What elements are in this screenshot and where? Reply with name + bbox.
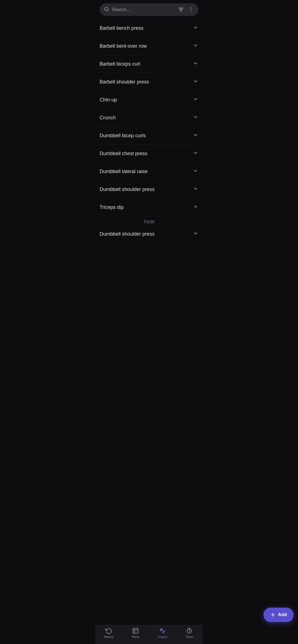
exercise-item[interactable]: Barbell bent-over row: [100, 37, 198, 55]
chevron-down-icon: [193, 231, 198, 237]
filter-button[interactable]: [178, 7, 184, 13]
svg-point-7: [191, 11, 191, 12]
chevron-down-icon: [193, 114, 198, 121]
search-icon: [104, 7, 109, 13]
more-options-button[interactable]: [188, 7, 194, 13]
chevron-down-icon: [193, 132, 198, 139]
chevron-down-icon: [193, 204, 198, 211]
chevron-down-icon: [193, 150, 198, 157]
svg-point-5: [191, 7, 191, 8]
exercise-item[interactable]: Dumbbell shoulder press: [100, 180, 198, 198]
search-bar-container: [95, 0, 203, 19]
svg-point-6: [191, 9, 191, 10]
exercise-item[interactable]: Dumbbell shoulder press: [100, 225, 198, 243]
exercise-list: Barbell bench press Barbell bent-over ro…: [95, 19, 203, 265]
search-actions: [178, 7, 194, 13]
exercise-item[interactable]: Chin-up: [100, 91, 198, 109]
chevron-down-icon: [193, 25, 198, 31]
search-bar: [100, 3, 198, 16]
exercise-item[interactable]: Dumbbell lateral raise: [100, 163, 198, 180]
chevron-down-icon: [193, 168, 198, 175]
chevron-down-icon: [193, 61, 198, 67]
date-separator: 7/1/25: [100, 216, 198, 225]
svg-line-1: [107, 10, 108, 11]
exercise-item[interactable]: Dumbbell bicep curls: [100, 127, 198, 145]
exercise-item[interactable]: Triceps dip: [100, 198, 198, 216]
chevron-down-icon: [193, 79, 198, 85]
search-input[interactable]: [112, 7, 175, 12]
exercise-item[interactable]: Barbell biceps curl: [100, 55, 198, 73]
chevron-down-icon: [193, 96, 198, 103]
chevron-down-icon: [193, 186, 198, 193]
exercise-item[interactable]: Crunch: [100, 109, 198, 127]
exercise-item[interactable]: Barbell bench press: [100, 19, 198, 37]
chevron-down-icon: [193, 43, 198, 49]
exercise-item[interactable]: Dumbbell chest press: [100, 145, 198, 163]
exercise-item[interactable]: Barbell shoulder press: [100, 73, 198, 91]
